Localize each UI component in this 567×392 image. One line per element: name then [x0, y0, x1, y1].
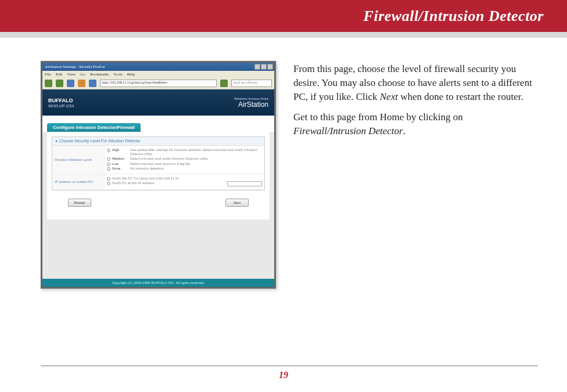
radio-label: High	[112, 148, 128, 152]
menu-file[interactable]: File	[45, 72, 51, 77]
radio-desc: Detect intrusion and notify Intrusion De…	[130, 157, 262, 161]
setting-row-ip: IP address of notified PC Notify the PC …	[52, 174, 264, 190]
level-options: High Use packet filter settings for intr…	[105, 146, 264, 174]
page-footer: 19	[0, 365, 567, 380]
embedded-screenshot: AirStation Settings - Mozilla Firefox Fi…	[41, 61, 276, 289]
radio-icon	[107, 157, 110, 161]
footer-rule	[41, 365, 538, 366]
menu-help[interactable]: Help	[127, 72, 135, 77]
browser-menubar: File Edit View Go Bookmarks Tools Help	[42, 71, 274, 78]
ip-options: Notify the PC I'm using now (192.168.11.…	[105, 174, 264, 189]
radio-high[interactable]: High Use packet filter settings for intr…	[107, 148, 262, 156]
tab-configure[interactable]: Configure Intrusion Detector/Firewall	[47, 123, 141, 132]
radio-label: Medium	[112, 157, 128, 161]
reload-icon[interactable]	[67, 80, 74, 87]
router-header: BUFFALO WHR-HP-G54 Wireless Access Point…	[42, 89, 274, 116]
brand-model: WHR-HP-G54	[48, 104, 74, 108]
link-name: Firewall/Intrusion Detector	[293, 125, 403, 136]
instruction-text: From this page, choose the level of fire…	[293, 61, 538, 289]
back-icon[interactable]	[45, 80, 52, 87]
panel-body: ▸ Choose Security Level For Intrusion De…	[52, 136, 265, 190]
page-title: Firewall/Intrusion Detector	[364, 8, 544, 25]
radio-icon	[107, 177, 110, 181]
p2-a: Get to this page from Home by clicking o…	[293, 112, 463, 123]
product-label: AirStation	[238, 100, 268, 109]
search-bar[interactable]: back up software	[231, 80, 272, 87]
section-title: Choose Security Level For Intrusion Dete…	[59, 139, 141, 143]
radio-desc: Detect intrusion and record to a log fil…	[130, 162, 262, 166]
header-underline	[0, 32, 567, 38]
url-bar[interactable]: http://192.168.11.1/cgi-bin/cgi?req=frm&…	[100, 80, 217, 87]
minimize-icon[interactable]	[254, 64, 260, 70]
radio-desc: Notify the PC I'm using now (192.168.11.…	[112, 177, 262, 181]
radio-desc: Notify PC at this IP address	[112, 181, 222, 185]
next-word: Next	[380, 91, 398, 102]
paragraph-1: From this page, choose the level of fire…	[293, 62, 538, 103]
radio-none[interactable]: None No intrusion detection.	[107, 167, 262, 171]
menu-bookmarks[interactable]: Bookmarks	[90, 72, 109, 77]
close-icon[interactable]	[267, 64, 273, 70]
tab-row: Configure Intrusion Detector/Firewall	[42, 116, 274, 132]
button-row: Restart Next	[52, 190, 265, 215]
menu-tools[interactable]: Tools	[113, 72, 122, 77]
p1-b: when done to restart the router.	[398, 91, 523, 102]
product-name: Wireless Access Point AirStation	[234, 97, 268, 109]
radio-desc: Use packet filter settings for intrusion…	[130, 148, 262, 156]
radio-label: Low	[112, 162, 128, 166]
radio-icon	[107, 182, 110, 185]
router-footer: Copyright (C) 2004-2005 BUFFALO INC. All…	[42, 279, 274, 287]
next-button[interactable]: Next	[225, 199, 249, 207]
stop-icon[interactable]	[78, 80, 85, 87]
radio-notify-ip[interactable]: Notify PC at this IP address	[107, 181, 262, 186]
document-header: Firewall/Intrusion Detector	[0, 0, 567, 32]
browser-titlebar: AirStation Settings - Mozilla Firefox	[42, 63, 274, 71]
page-number: 19	[0, 370, 567, 380]
window-title: AirStation Settings - Mozilla Firefox	[45, 64, 105, 69]
screenshot-container: AirStation Settings - Mozilla Firefox Fi…	[41, 61, 276, 289]
radio-low[interactable]: Low Detect intrusion and record to a log…	[107, 162, 262, 166]
browser-toolbar: http://192.168.11.1/cgi-bin/cgi?req=frm&…	[42, 78, 274, 89]
setting-row-level: Intrusion Detector Level High Use packet…	[52, 146, 264, 174]
menu-edit[interactable]: Edit	[56, 72, 63, 77]
radio-medium[interactable]: Medium Detect intrusion and notify Intru…	[107, 157, 262, 161]
restart-button[interactable]: Restart	[68, 199, 91, 207]
ip-address-input[interactable]	[227, 181, 262, 186]
config-panel: ▸ Choose Security Level For Intrusion De…	[47, 132, 270, 220]
content-area: AirStation Settings - Mozilla Firefox Fi…	[0, 38, 567, 289]
brand-block: BUFFALO WHR-HP-G54	[48, 98, 74, 108]
radio-label: None	[112, 167, 128, 171]
forward-icon[interactable]	[56, 80, 63, 87]
paragraph-2: Get to this page from Home by clicking o…	[293, 110, 538, 138]
radio-icon	[107, 167, 110, 171]
home-icon[interactable]	[89, 80, 96, 87]
radio-icon	[107, 163, 110, 166]
window-controls	[254, 64, 273, 70]
menu-view[interactable]: View	[67, 72, 76, 77]
level-label: Intrusion Detector Level	[52, 146, 105, 174]
radio-notify-current[interactable]: Notify the PC I'm using now (192.168.11.…	[107, 177, 262, 181]
ip-label: IP address of notified PC	[52, 174, 105, 189]
brand-logo: BUFFALO	[48, 98, 74, 103]
radio-desc: No intrusion detection.	[130, 167, 262, 171]
radio-icon	[107, 149, 110, 152]
maximize-icon[interactable]	[261, 64, 267, 70]
section-header: ▸ Choose Security Level For Intrusion De…	[52, 137, 264, 146]
go-icon[interactable]	[220, 80, 228, 87]
menu-go[interactable]: Go	[80, 72, 85, 77]
